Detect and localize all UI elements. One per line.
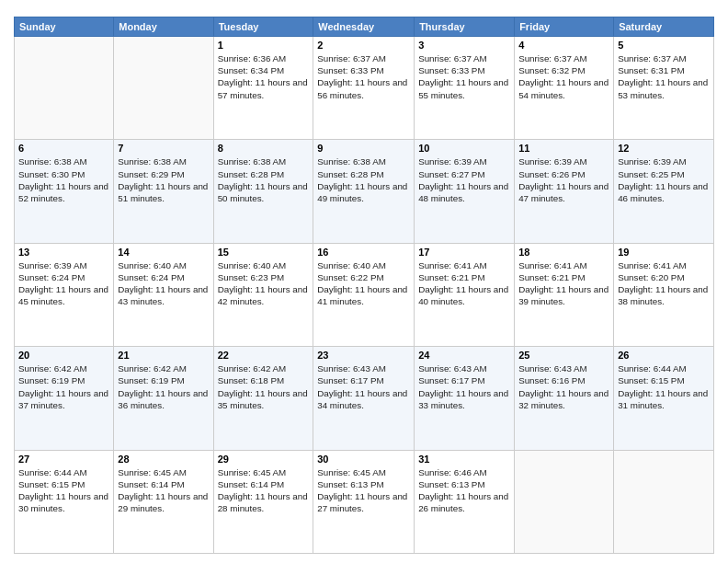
cell-info: Sunrise: 6:37 AMSunset: 6:32 PMDaylight:… <box>518 52 609 101</box>
calendar-cell: 15Sunrise: 6:40 AMSunset: 6:23 PMDayligh… <box>213 243 313 346</box>
calendar-cell: 18Sunrise: 6:41 AMSunset: 6:21 PMDayligh… <box>515 243 614 346</box>
cell-info: Sunrise: 6:45 AMSunset: 6:14 PMDaylight:… <box>118 466 209 515</box>
day-number: 9 <box>317 143 410 154</box>
calendar-week-1: 1Sunrise: 6:36 AMSunset: 6:34 PMDaylight… <box>15 37 714 140</box>
calendar-cell: 17Sunrise: 6:41 AMSunset: 6:21 PMDayligh… <box>415 243 515 346</box>
calendar-cell: 1Sunrise: 6:36 AMSunset: 6:34 PMDaylight… <box>213 37 313 140</box>
day-header-sunday: Sunday <box>15 17 114 37</box>
day-number: 6 <box>18 143 109 154</box>
day-number: 14 <box>118 247 209 258</box>
day-number: 4 <box>518 40 609 51</box>
calendar-cell: 12Sunrise: 6:39 AMSunset: 6:25 PMDayligh… <box>614 140 714 243</box>
day-header-tuesday: Tuesday <box>213 17 313 37</box>
cell-info: Sunrise: 6:46 AMSunset: 6:13 PMDaylight:… <box>418 466 510 515</box>
calendar-cell: 27Sunrise: 6:44 AMSunset: 6:15 PMDayligh… <box>15 450 114 553</box>
cell-info: Sunrise: 6:42 AMSunset: 6:19 PMDaylight:… <box>18 362 109 411</box>
calendar-cell: 10Sunrise: 6:39 AMSunset: 6:27 PMDayligh… <box>415 140 515 243</box>
day-number: 7 <box>118 143 209 154</box>
calendar-cell: 2Sunrise: 6:37 AMSunset: 6:33 PMDaylight… <box>313 37 415 140</box>
cell-info: Sunrise: 6:39 AMSunset: 6:25 PMDaylight:… <box>618 155 710 204</box>
cell-info: Sunrise: 6:41 AMSunset: 6:21 PMDaylight:… <box>518 259 609 308</box>
calendar-week-4: 20Sunrise: 6:42 AMSunset: 6:19 PMDayligh… <box>15 347 714 450</box>
calendar-week-5: 27Sunrise: 6:44 AMSunset: 6:15 PMDayligh… <box>15 450 714 553</box>
day-number: 26 <box>618 350 710 361</box>
day-number: 16 <box>317 247 410 258</box>
calendar-cell: 3Sunrise: 6:37 AMSunset: 6:33 PMDaylight… <box>415 37 515 140</box>
calendar-cell <box>114 37 213 140</box>
day-number: 25 <box>518 350 609 361</box>
cell-info: Sunrise: 6:45 AMSunset: 6:14 PMDaylight:… <box>218 466 310 515</box>
day-number: 3 <box>418 40 510 51</box>
day-number: 28 <box>118 454 209 465</box>
calendar-cell <box>515 450 614 553</box>
day-number: 1 <box>218 40 310 51</box>
calendar-cell: 20Sunrise: 6:42 AMSunset: 6:19 PMDayligh… <box>15 347 114 450</box>
calendar-cell <box>614 450 714 553</box>
cell-info: Sunrise: 6:41 AMSunset: 6:20 PMDaylight:… <box>618 259 710 308</box>
cell-info: Sunrise: 6:36 AMSunset: 6:34 PMDaylight:… <box>218 52 310 101</box>
calendar-cell: 19Sunrise: 6:41 AMSunset: 6:20 PMDayligh… <box>614 243 714 346</box>
calendar-cell: 30Sunrise: 6:45 AMSunset: 6:13 PMDayligh… <box>313 450 415 553</box>
cell-info: Sunrise: 6:42 AMSunset: 6:19 PMDaylight:… <box>118 362 209 411</box>
day-number: 31 <box>418 454 510 465</box>
calendar-cell: 6Sunrise: 6:38 AMSunset: 6:30 PMDaylight… <box>15 140 114 243</box>
day-number: 17 <box>418 247 510 258</box>
calendar-cell: 8Sunrise: 6:38 AMSunset: 6:28 PMDaylight… <box>213 140 313 243</box>
day-header-saturday: Saturday <box>614 17 714 37</box>
cell-info: Sunrise: 6:44 AMSunset: 6:15 PMDaylight:… <box>18 466 109 515</box>
day-header-monday: Monday <box>114 17 213 37</box>
calendar-cell: 29Sunrise: 6:45 AMSunset: 6:14 PMDayligh… <box>213 450 313 553</box>
cell-info: Sunrise: 6:38 AMSunset: 6:28 PMDaylight:… <box>218 155 310 204</box>
cell-info: Sunrise: 6:37 AMSunset: 6:33 PMDaylight:… <box>317 52 410 101</box>
day-number: 8 <box>218 143 310 154</box>
calendar-cell: 7Sunrise: 6:38 AMSunset: 6:29 PMDaylight… <box>114 140 213 243</box>
day-number: 29 <box>218 454 310 465</box>
calendar-cell: 11Sunrise: 6:39 AMSunset: 6:26 PMDayligh… <box>515 140 614 243</box>
calendar-cell: 28Sunrise: 6:45 AMSunset: 6:14 PMDayligh… <box>114 450 213 553</box>
day-number: 18 <box>518 247 609 258</box>
calendar-table: SundayMondayTuesdayWednesdayThursdayFrid… <box>14 17 714 554</box>
calendar-cell: 5Sunrise: 6:37 AMSunset: 6:31 PMDaylight… <box>614 37 714 140</box>
calendar-cell: 21Sunrise: 6:42 AMSunset: 6:19 PMDayligh… <box>114 347 213 450</box>
cell-info: Sunrise: 6:40 AMSunset: 6:24 PMDaylight:… <box>118 259 209 308</box>
day-number: 5 <box>618 40 710 51</box>
cell-info: Sunrise: 6:39 AMSunset: 6:26 PMDaylight:… <box>518 155 609 204</box>
calendar-cell <box>15 37 114 140</box>
day-number: 22 <box>218 350 310 361</box>
cell-info: Sunrise: 6:39 AMSunset: 6:24 PMDaylight:… <box>18 259 109 308</box>
calendar-cell: 4Sunrise: 6:37 AMSunset: 6:32 PMDaylight… <box>515 37 614 140</box>
calendar-week-3: 13Sunrise: 6:39 AMSunset: 6:24 PMDayligh… <box>15 243 714 346</box>
cell-info: Sunrise: 6:43 AMSunset: 6:17 PMDaylight:… <box>317 362 410 411</box>
cell-info: Sunrise: 6:39 AMSunset: 6:27 PMDaylight:… <box>418 155 510 204</box>
day-number: 23 <box>317 350 410 361</box>
calendar-week-2: 6Sunrise: 6:38 AMSunset: 6:30 PMDaylight… <box>15 140 714 243</box>
day-header-thursday: Thursday <box>415 17 515 37</box>
cell-info: Sunrise: 6:42 AMSunset: 6:18 PMDaylight:… <box>218 362 310 411</box>
cell-info: Sunrise: 6:45 AMSunset: 6:13 PMDaylight:… <box>317 466 410 515</box>
day-number: 2 <box>317 40 410 51</box>
cell-info: Sunrise: 6:37 AMSunset: 6:33 PMDaylight:… <box>418 52 510 101</box>
day-number: 10 <box>418 143 510 154</box>
page: General Blue SundayMondayTuesdayWednesda… <box>0 0 728 563</box>
cell-info: Sunrise: 6:43 AMSunset: 6:16 PMDaylight:… <box>518 362 609 411</box>
calendar-cell: 16Sunrise: 6:40 AMSunset: 6:22 PMDayligh… <box>313 243 415 346</box>
calendar-cell: 13Sunrise: 6:39 AMSunset: 6:24 PMDayligh… <box>15 243 114 346</box>
day-number: 15 <box>218 247 310 258</box>
day-number: 12 <box>618 143 710 154</box>
day-number: 11 <box>518 143 609 154</box>
cell-info: Sunrise: 6:40 AMSunset: 6:22 PMDaylight:… <box>317 259 410 308</box>
calendar-cell: 26Sunrise: 6:44 AMSunset: 6:15 PMDayligh… <box>614 347 714 450</box>
cell-info: Sunrise: 6:38 AMSunset: 6:28 PMDaylight:… <box>317 155 410 204</box>
cell-info: Sunrise: 6:38 AMSunset: 6:30 PMDaylight:… <box>18 155 109 204</box>
calendar-cell: 25Sunrise: 6:43 AMSunset: 6:16 PMDayligh… <box>515 347 614 450</box>
calendar-header-row: SundayMondayTuesdayWednesdayThursdayFrid… <box>15 17 714 37</box>
day-number: 20 <box>18 350 109 361</box>
calendar-cell: 9Sunrise: 6:38 AMSunset: 6:28 PMDaylight… <box>313 140 415 243</box>
calendar-cell: 31Sunrise: 6:46 AMSunset: 6:13 PMDayligh… <box>415 450 515 553</box>
cell-info: Sunrise: 6:38 AMSunset: 6:29 PMDaylight:… <box>118 155 209 204</box>
day-number: 21 <box>118 350 209 361</box>
day-header-wednesday: Wednesday <box>313 17 415 37</box>
calendar-cell: 14Sunrise: 6:40 AMSunset: 6:24 PMDayligh… <box>114 243 213 346</box>
day-header-friday: Friday <box>515 17 614 37</box>
calendar-cell: 23Sunrise: 6:43 AMSunset: 6:17 PMDayligh… <box>313 347 415 450</box>
